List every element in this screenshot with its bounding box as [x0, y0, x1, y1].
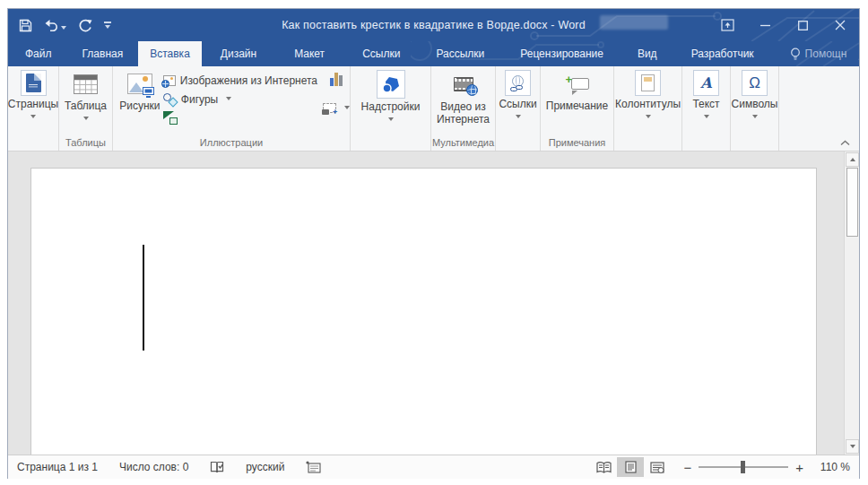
zoom-slider-thumb[interactable] — [741, 461, 745, 473]
tab-layout[interactable]: Макет — [282, 41, 336, 66]
scroll-up-button[interactable] — [846, 152, 859, 167]
proofing-button[interactable] — [210, 461, 224, 474]
chart-icon-bar-gray — [339, 75, 343, 86]
tab-references[interactable]: Ссылки — [351, 41, 412, 66]
word-window: Как поставить крестик в квадратике в Вор… — [7, 8, 860, 479]
media-group-label: Мультимедиа — [431, 137, 495, 148]
view-shortcuts — [590, 457, 671, 477]
status-bar: Страница 1 из 1 Число слов: 0 русский — [8, 455, 859, 479]
comment-button[interactable]: + Примечание — [541, 70, 613, 113]
pages-button[interactable]: Страницы — [8, 70, 58, 118]
text-icon: A — [700, 74, 711, 91]
pictures-icon — [127, 74, 152, 94]
close-button[interactable] — [821, 9, 859, 41]
table-label: Таблица — [65, 100, 107, 113]
addins-label: Надстройки — [361, 101, 421, 114]
keyboard-icon — [306, 461, 321, 473]
pages-icon — [26, 74, 41, 92]
shapes-label: Фигуры — [181, 93, 218, 106]
text-button[interactable]: A Текст — [682, 70, 730, 118]
document-page[interactable] — [30, 168, 817, 455]
online-pictures-button[interactable]: Изображения из Интернета — [163, 71, 317, 90]
scrollbar-thumb[interactable] — [846, 168, 858, 237]
header-footer-iconbox — [635, 70, 661, 96]
header-footer-button[interactable]: Колонтитулы — [614, 70, 681, 118]
window-controls — [708, 9, 859, 41]
zoom-slider[interactable] — [699, 466, 788, 468]
tab-review[interactable]: Рецензирование — [508, 41, 615, 66]
status-right: − + 110 % — [590, 457, 850, 477]
table-caret — [83, 117, 89, 120]
text-caret — [704, 115, 709, 118]
shapes-button[interactable]: Фигуры — [163, 90, 317, 108]
new-comment-icon: + — [566, 75, 589, 93]
tab-file[interactable]: Файл — [13, 41, 64, 66]
ribbon-group-illustrations: Рисунки Изображения из Интернета Фигуры — [113, 66, 351, 151]
pages-iconbox — [21, 70, 47, 96]
page-indicator[interactable]: Страница 1 из 1 — [17, 461, 98, 473]
keyboard-language-button[interactable] — [306, 461, 321, 473]
links-button[interactable]: Ссылки — [496, 70, 540, 118]
tab-developer[interactable]: Разработчик — [680, 41, 766, 66]
header-footer-label: Колонтитулы — [615, 99, 681, 111]
maximize-button[interactable] — [784, 9, 821, 41]
links-icon — [510, 75, 526, 91]
print-layout-button[interactable] — [617, 457, 644, 477]
read-mode-icon — [596, 462, 612, 473]
ribbon-display-options-button[interactable] — [708, 9, 746, 41]
minimize-icon — [760, 21, 770, 30]
web-layout-button[interactable] — [644, 457, 671, 477]
tab-helper[interactable]: Помощн — [778, 41, 859, 66]
zoom-out-button[interactable]: − — [683, 461, 691, 474]
close-icon — [835, 20, 846, 30]
addins-iconbox — [377, 70, 405, 99]
ribbon-tab-bar: Файл Главная Вставка Дизайн Макет Ссылки… — [8, 41, 859, 66]
ribbon-group-media: Видео из Интернета Мультимедиа — [431, 66, 496, 151]
maximize-icon — [798, 21, 808, 30]
links-label: Ссылки — [499, 99, 536, 111]
scroll-down-icon — [850, 445, 855, 448]
tab-helper-label: Помощн — [805, 48, 847, 60]
word-count[interactable]: Число слов: 0 — [119, 461, 188, 473]
tables-group-label: Таблицы — [59, 137, 112, 148]
tab-home[interactable]: Главная — [71, 41, 135, 66]
comment-label: Примечание — [546, 100, 608, 113]
ribbon-group-symbols: Ω Символы — [731, 66, 779, 151]
ribbon-group-comments: + Примечание Примечания — [541, 66, 614, 151]
collapse-ribbon-button[interactable] — [840, 140, 850, 146]
links-caret — [516, 115, 521, 118]
language-indicator[interactable]: русский — [246, 461, 284, 473]
chart-button[interactable] — [330, 73, 343, 86]
tab-mailings[interactable]: Рассылки — [424, 41, 496, 66]
status-left: Страница 1 из 1 Число слов: 0 русский — [17, 461, 321, 474]
table-button[interactable]: Таблица — [59, 70, 112, 120]
addins-button[interactable]: Надстройки — [351, 70, 430, 121]
ribbon-group-tables: Таблица Таблицы — [59, 66, 113, 151]
account-name-blurred — [600, 15, 668, 30]
online-video-button[interactable]: Видео из Интернета — [431, 70, 495, 126]
smartart-icon — [163, 111, 178, 125]
comments-group-label: Примечания — [541, 137, 613, 148]
minimize-button[interactable] — [746, 9, 784, 41]
scroll-down-button[interactable] — [846, 439, 859, 454]
vertical-scrollbar[interactable] — [844, 152, 859, 455]
header-footer-caret — [646, 115, 651, 118]
tab-view[interactable]: Вид — [626, 41, 669, 66]
tab-insert[interactable]: Вставка — [138, 41, 202, 66]
screenshot-button[interactable]: + — [323, 99, 350, 117]
symbols-caret — [752, 115, 758, 118]
tab-design[interactable]: Дизайн — [209, 41, 268, 66]
scroll-up-icon — [850, 158, 855, 161]
read-mode-button[interactable] — [590, 457, 617, 477]
share-person-icon[interactable] — [858, 48, 859, 61]
pages-caret — [30, 115, 36, 118]
ribbon-group-pages: Страницы — [8, 66, 59, 151]
addins-caret — [388, 117, 394, 121]
symbols-button[interactable]: Ω Символы — [731, 70, 778, 118]
zoom-in-button[interactable]: + — [795, 461, 803, 474]
zoom-level[interactable]: 110 % — [816, 461, 850, 473]
ribbon-group-addins: Надстройки — [351, 66, 431, 151]
document-area — [8, 152, 859, 455]
smartart-button[interactable] — [163, 108, 317, 127]
tabbar-right-icons — [858, 41, 859, 66]
